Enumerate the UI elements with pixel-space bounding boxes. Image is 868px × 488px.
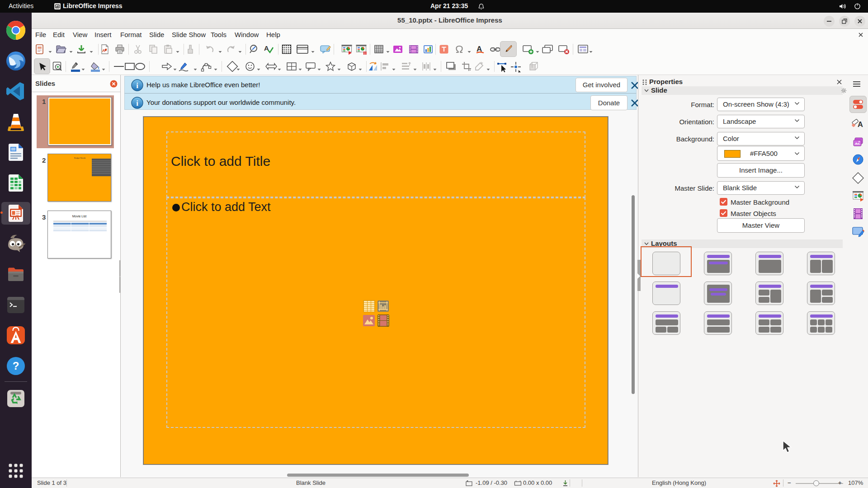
svg-text:?: ?: [13, 360, 19, 372]
svg-text:i: i: [136, 99, 138, 108]
svg-text:A: A: [102, 48, 105, 53]
svg-text:A: A: [858, 120, 863, 128]
svg-text:i: i: [136, 81, 138, 90]
